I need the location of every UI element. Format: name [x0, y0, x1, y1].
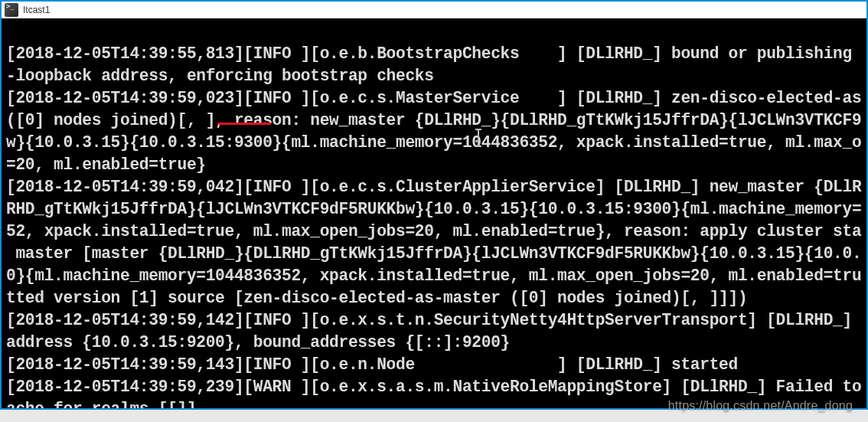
log-line: tted version [1] source [zen-disco-elect… — [6, 289, 747, 307]
log-line: address {10.0.3.15:9200}, bound_addresse… — [6, 333, 510, 352]
log-line: =20, ml.enabled=true} — [6, 155, 206, 174]
red-underline-annotation — [217, 123, 271, 125]
log-line: [2018-12-05T14:39:59,042][INFO ][o.e.c.s… — [6, 178, 861, 196]
log-line: 0}{ml.machine_memory=1044836352, xpack.i… — [6, 267, 861, 285]
log-line: RHD_gTtKWkj15JffrDA}{lJCLWn3VTKCF9dF5RUK… — [6, 200, 861, 218]
log-line: [2018-12-05T14:39:59,023][INFO ][o.e.c.s… — [6, 89, 861, 107]
titlebar[interactable]: Itcast1 — [2, 2, 866, 18]
log-line: 52, xpack.installed=true, ml.max_open_jo… — [6, 222, 861, 240]
log-line: [2018-12-05T14:39:55,813][INFO ][o.e.b.B… — [6, 44, 861, 63]
log-line: w}{10.0.3.15}{10.0.3.15:9300}{ml.machine… — [6, 133, 861, 152]
log-line: -loopback address, enforcing bootstrap c… — [6, 67, 434, 85]
log-line: ([0] nodes joined)[, ], reason: new_mast… — [6, 111, 861, 129]
terminal-window: Itcast1 [2018-12-05T14:39:55,813][INFO ]… — [0, 0, 868, 410]
log-line: [2018-12-05T14:39:59,239][WARN ][o.e.x.s… — [6, 378, 861, 396]
log-line: [2018-12-05T14:39:59,143][INFO ][o.e.n.N… — [6, 355, 738, 374]
log-line: ache for realms [[]] — [6, 400, 196, 408]
watermark: https://blog.csdn.net/Andre_dong — [668, 399, 853, 413]
log-line: master [master {DLlRHD_}{DLlRHD_gTtKWkj1… — [6, 244, 861, 263]
terminal-icon — [5, 3, 18, 17]
log-line: [2018-12-05T14:39:59,142][INFO ][o.e.x.s… — [6, 311, 861, 329]
console-output[interactable]: [2018-12-05T14:39:55,813][INFO ][o.e.b.B… — [6, 21, 866, 408]
window-title: Itcast1 — [23, 5, 50, 15]
